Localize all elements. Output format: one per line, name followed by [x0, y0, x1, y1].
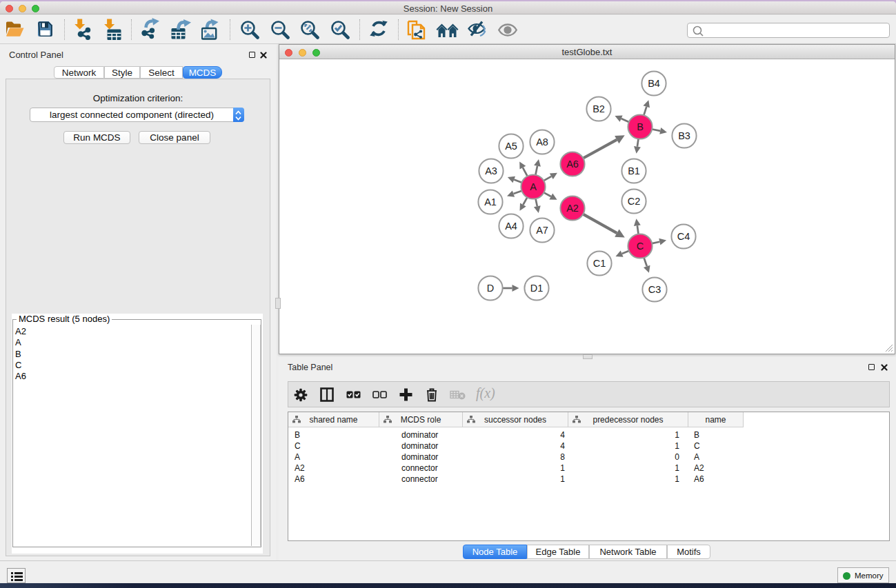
- svg-text:C1: C1: [593, 258, 606, 269]
- svg-text:A5: A5: [505, 141, 517, 152]
- svg-text:A2: A2: [566, 203, 579, 214]
- svg-text:A4: A4: [505, 221, 517, 232]
- svg-text:C: C: [637, 241, 644, 252]
- svg-text:B: B: [637, 121, 644, 132]
- svg-text:A1: A1: [484, 196, 497, 207]
- svg-text:C3: C3: [648, 284, 661, 295]
- svg-text:A7: A7: [536, 225, 548, 236]
- svg-text:A8: A8: [536, 136, 548, 148]
- svg-text:B2: B2: [593, 103, 605, 114]
- svg-text:D1: D1: [530, 283, 544, 294]
- svg-text:A: A: [530, 181, 537, 192]
- svg-text:B4: B4: [648, 78, 660, 89]
- svg-text:A3: A3: [485, 165, 497, 176]
- svg-text:B3: B3: [678, 130, 690, 141]
- svg-text:C2: C2: [628, 196, 641, 207]
- svg-text:B1: B1: [628, 165, 640, 176]
- svg-text:D: D: [487, 283, 494, 294]
- svg-text:C4: C4: [677, 231, 690, 242]
- svg-text:A6: A6: [566, 159, 579, 170]
